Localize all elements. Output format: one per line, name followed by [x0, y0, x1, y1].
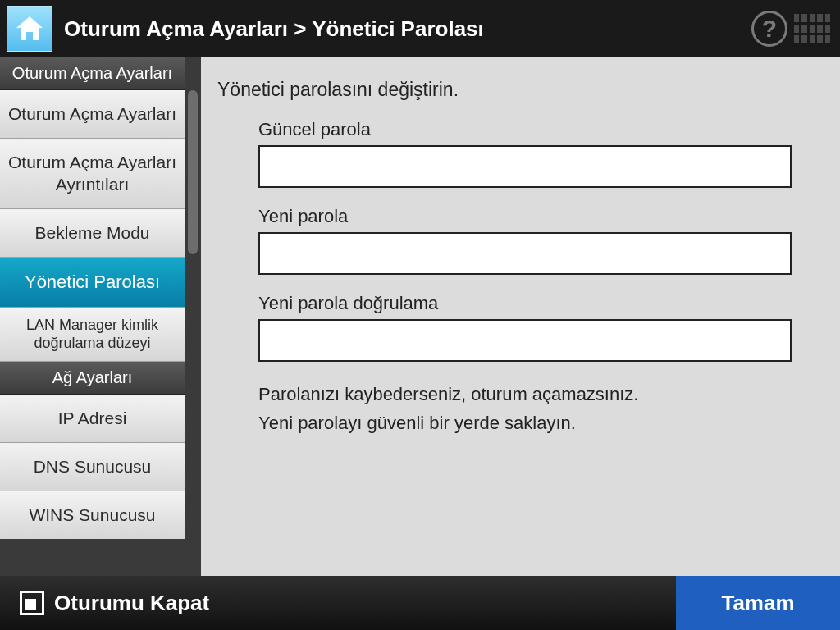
sidebar-item-login-details[interactable]: Oturum Açma Ayarları Ayrıntıları	[0, 139, 185, 209]
new-password-label: Yeni parola	[258, 206, 812, 227]
ok-label: Tamam	[721, 591, 794, 616]
logout-icon	[20, 591, 44, 615]
main-panel: Yönetici parolasını değiştirin. Güncel p…	[201, 57, 840, 576]
sidebar-scrollbar-track[interactable]	[185, 57, 201, 576]
new-password-input[interactable]	[258, 232, 792, 275]
current-password-label: Güncel parola	[258, 119, 812, 140]
sidebar-item-standby-mode[interactable]: Bekleme Modu	[0, 209, 185, 258]
confirm-password-label: Yeni parola doğrulama	[258, 293, 812, 314]
header: Oturum Açma Ayarları > Yönetici Parolası…	[0, 0, 840, 57]
sidebar: Oturum Açma Ayarları Oturum Açma Ayarlar…	[0, 57, 185, 576]
sidebar-item-dns-server[interactable]: DNS Sunucusu	[0, 443, 185, 491]
sidebar-item-admin-password[interactable]: Yönetici Parolası	[0, 258, 185, 308]
ok-button[interactable]: Tamam	[676, 576, 840, 630]
sidebar-group-login-header: Oturum Açma Ayarları	[0, 57, 185, 90]
confirm-password-input[interactable]	[258, 319, 792, 362]
sidebar-item-lan-manager[interactable]: LAN Manager kimlik doğrulama düzeyi	[0, 308, 185, 362]
page-intro: Yönetici parolasını değiştirin.	[217, 79, 812, 101]
sidebar-item-wins-server[interactable]: WINS Sunucusu	[0, 491, 185, 539]
note-line-1: Parolanızı kaybederseniz, oturum açamazs…	[258, 380, 812, 409]
sidebar-group-network-header: Ağ Ayarları	[0, 362, 185, 395]
sidebar-scrollbar-thumb[interactable]	[188, 90, 198, 254]
footer: Oturumu Kapat Tamam	[0, 576, 840, 630]
home-icon[interactable]	[7, 6, 52, 52]
logout-button[interactable]: Oturumu Kapat	[0, 576, 229, 630]
keyboard-icon[interactable]	[792, 12, 832, 45]
current-password-input[interactable]	[258, 145, 792, 188]
breadcrumb: Oturum Açma Ayarları > Yönetici Parolası	[64, 16, 751, 42]
help-icon[interactable]: ?	[751, 11, 788, 47]
sidebar-item-ip-address[interactable]: IP Adresi	[0, 395, 185, 443]
logout-label: Oturumu Kapat	[54, 591, 209, 616]
sidebar-item-login-settings[interactable]: Oturum Açma Ayarları	[0, 90, 185, 139]
note-line-2: Yeni parolayı güvenli bir yerde saklayın…	[258, 409, 812, 437]
